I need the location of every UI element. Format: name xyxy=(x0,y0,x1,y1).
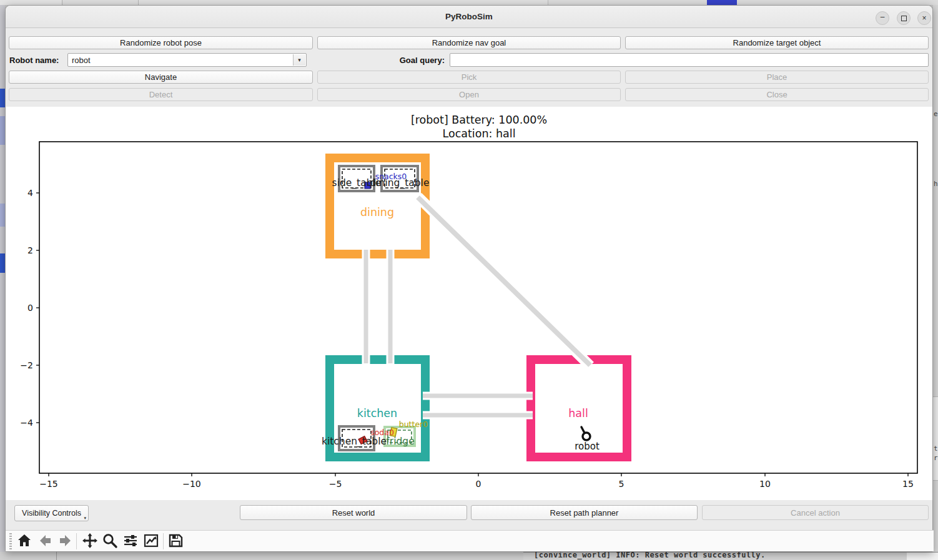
svg-text:−4: −4 xyxy=(20,418,33,428)
plot-frame xyxy=(39,142,917,473)
label-robot: robot xyxy=(575,441,600,452)
open-button[interactable]: Open xyxy=(317,88,621,101)
svg-text:10: 10 xyxy=(759,479,771,489)
window-title: PyRoboSim xyxy=(6,12,932,21)
pick-button[interactable]: Pick xyxy=(317,71,621,84)
back-icon[interactable] xyxy=(36,532,54,549)
goal-query-label: Goal query: xyxy=(393,56,445,65)
subplots-icon[interactable] xyxy=(122,532,139,549)
terminal-fragment: e xyxy=(934,110,938,118)
y-axis-labels: 4 2 0 −2 −4 xyxy=(20,188,33,428)
customize-plot-icon[interactable] xyxy=(142,532,160,549)
minimize-button[interactable]: – xyxy=(876,11,889,25)
svg-text:0: 0 xyxy=(476,479,481,489)
pyrobosim-window: PyRoboSim – × Randomize robot pose Rando… xyxy=(5,5,933,552)
svg-text:−5: −5 xyxy=(329,479,342,489)
svg-text:−2: −2 xyxy=(20,360,33,370)
close-button[interactable]: × xyxy=(917,11,931,25)
label-kitchen-table: kitchen_table xyxy=(322,436,387,448)
reset-path-planner-button[interactable]: Reset path planner xyxy=(471,505,698,520)
robot-name-value: robot xyxy=(72,56,91,65)
background-taskbar-strip xyxy=(0,552,938,560)
svg-text:5: 5 xyxy=(619,479,625,489)
goal-query-input[interactable] xyxy=(450,53,929,67)
room-label-hall: hall xyxy=(568,407,588,420)
room-label-dining: dining xyxy=(360,206,394,219)
label-fridge: fridge xyxy=(386,436,414,447)
place-button[interactable]: Place xyxy=(625,71,929,84)
maximize-icon xyxy=(901,16,907,21)
label-soda0: soda0 xyxy=(370,428,394,437)
randomize-robot-pose-button[interactable]: Randomize robot pose xyxy=(9,36,313,49)
detect-button[interactable]: Detect xyxy=(9,88,313,101)
pan-icon[interactable] xyxy=(81,532,99,549)
toolbar-handle[interactable] xyxy=(9,533,12,549)
world-map-canvas: [robot] Battery: 100.00% Location: hall xyxy=(6,107,932,500)
battery-status-text: [robot] Battery: 100.00% xyxy=(411,114,547,126)
zoom-icon[interactable] xyxy=(101,532,119,549)
titlebar[interactable]: PyRoboSim – × xyxy=(6,6,932,28)
room-label-kitchen: kitchen xyxy=(357,407,397,420)
close-action-button[interactable]: Close xyxy=(625,88,929,101)
terminal-fragment: t xyxy=(934,445,938,453)
svg-text:0: 0 xyxy=(27,303,33,313)
maximize-button[interactable] xyxy=(897,11,911,25)
save-icon[interactable] xyxy=(167,532,184,549)
background-sidebar-strip xyxy=(0,5,5,560)
navigate-button[interactable]: Navigate xyxy=(9,71,313,84)
svg-text:15: 15 xyxy=(902,479,914,489)
terminal-fragment: h xyxy=(934,180,938,188)
terminal-log-line: [convince_world] INFO: Reset world succe… xyxy=(534,551,766,559)
svg-text:−15: −15 xyxy=(39,479,58,489)
chevron-down-icon: ▾ xyxy=(298,57,301,63)
background-highlight xyxy=(707,0,737,5)
randomize-target-object-button[interactable]: Randomize target object xyxy=(625,36,929,49)
background-terminal-strip: e h t r xyxy=(933,5,938,560)
location-status-text: Location: hall xyxy=(442,127,515,140)
forward-icon[interactable] xyxy=(57,532,74,549)
home-icon[interactable] xyxy=(16,532,33,549)
label-butter0: butter0 xyxy=(399,420,428,429)
cancel-action-button[interactable]: Cancel action xyxy=(702,505,929,520)
robot-name-combobox[interactable]: robot ▾ xyxy=(67,53,307,67)
background-window-tabs xyxy=(0,0,938,5)
combobox-dropdown-button[interactable]: ▾ xyxy=(293,54,305,66)
label-snacks0: snacks0 xyxy=(375,172,407,181)
svg-text:2: 2 xyxy=(27,245,33,255)
svg-text:4: 4 xyxy=(27,188,33,198)
svg-text:−10: −10 xyxy=(182,479,201,489)
visibility-controls-button[interactable]: Visibility Controls ▾ xyxy=(14,505,89,521)
menu-indicator-icon: ▾ xyxy=(84,516,86,521)
mpl-toolbar xyxy=(6,530,934,551)
x-axis-labels: −15 −10 −5 0 5 10 15 xyxy=(39,479,914,489)
reset-world-button[interactable]: Reset world xyxy=(240,505,467,520)
terminal-fragment: r xyxy=(934,454,938,462)
robot-name-label: Robot name: xyxy=(9,56,59,65)
randomize-nav-goal-button[interactable]: Randomize nav goal xyxy=(317,36,621,49)
